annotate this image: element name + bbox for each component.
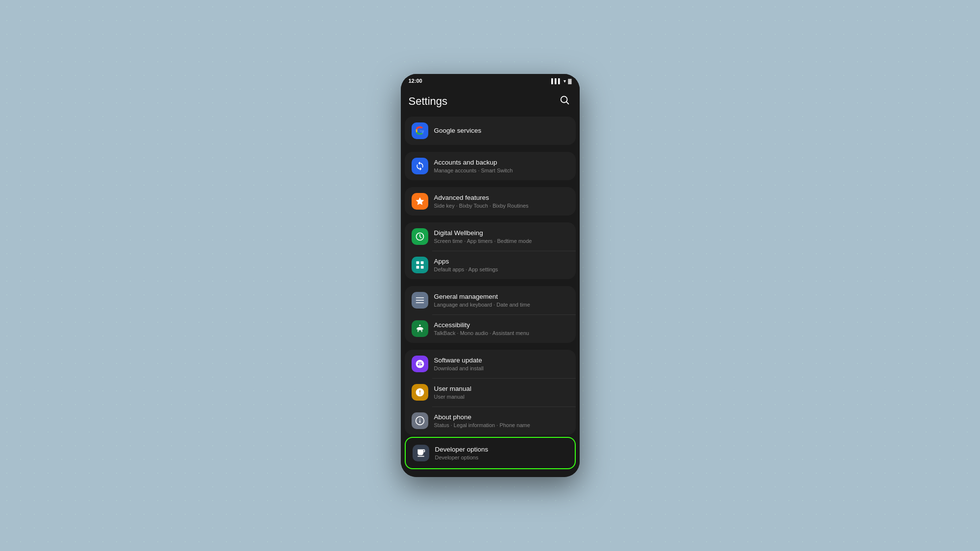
group-management-accessibility: General management Language and keyboard… [405, 286, 576, 343]
page-title: Settings [409, 95, 448, 108]
item-accessibility[interactable]: Accessibility TalkBack · Mono audio · As… [405, 314, 576, 343]
status-time: 12:00 [409, 78, 422, 84]
svg-rect-4 [420, 262, 423, 264]
user-manual-title: User manual [434, 384, 569, 393]
group-advanced: Advanced features Side key · Bixby Touch… [405, 187, 576, 216]
info-icon [415, 416, 425, 426]
digital-wellbeing-icon [412, 228, 428, 245]
software-update-text: Software update Download and install [434, 356, 569, 372]
phone-container: 12:00 ▌▌▌ ▾ ▓ Settings [401, 74, 580, 477]
general-management-title: General management [434, 292, 569, 301]
apps-title: Apps [434, 257, 569, 266]
apps-text: Apps Default apps · App settings [434, 257, 569, 273]
star-icon [415, 196, 425, 206]
accounts-backup-title: Accounts and backup [434, 158, 569, 167]
svg-point-10 [419, 325, 420, 326]
accessibility-subtitle: TalkBack · Mono audio · Assistant menu [434, 330, 569, 336]
accounts-backup-text: Accounts and backup Manage accounts · Sm… [434, 158, 569, 174]
digital-wellbeing-text: Digital Wellbeing Screen time · App time… [434, 229, 569, 245]
item-accounts-backup[interactable]: Accounts and backup Manage accounts · Sm… [405, 152, 576, 180]
sync-icon [415, 161, 425, 171]
accounts-backup-subtitle: Manage accounts · Smart Switch [434, 167, 569, 174]
user-manual-icon [412, 384, 428, 401]
google-icon [415, 126, 425, 136]
accessibility-text: Accessibility TalkBack · Mono audio · As… [434, 321, 569, 337]
status-bar: 12:00 ▌▌▌ ▾ ▓ [401, 74, 580, 88]
advanced-features-text: Advanced features Side key · Bixby Touch… [434, 193, 569, 210]
wifi-icon: ▾ [564, 78, 566, 84]
management-icon [415, 295, 425, 305]
apps-icon [412, 257, 428, 273]
accounts-backup-icon [412, 158, 428, 174]
about-phone-icon [412, 412, 428, 429]
item-apps[interactable]: Apps Default apps · App settings [405, 251, 576, 279]
general-management-subtitle: Language and keyboard · Date and time [434, 301, 569, 308]
about-phone-text: About phone Status · Legal information ·… [434, 413, 569, 429]
accessibility-person-icon [415, 324, 425, 334]
svg-rect-5 [416, 266, 419, 269]
software-update-title: Software update [434, 356, 569, 365]
apps-subtitle: Default apps · App settings [434, 266, 569, 273]
developer-options-subtitle: Developer options [435, 454, 568, 461]
software-update-subtitle: Download and install [434, 365, 569, 372]
item-software-update[interactable]: Software update Download and install [405, 350, 576, 378]
svg-line-1 [566, 102, 568, 104]
accessibility-icon [412, 320, 428, 337]
group-accounts: Accounts and backup Manage accounts · Sm… [405, 152, 576, 180]
item-general-management[interactable]: General management Language and keyboard… [405, 286, 576, 314]
signal-icon: ▌▌▌ [551, 78, 562, 84]
scroll-area[interactable]: Google services Accounts and backup Mana… [401, 115, 580, 477]
group-google: Google services [405, 117, 576, 145]
group-developer: Developer options Developer options [405, 437, 576, 469]
advanced-features-icon [412, 193, 428, 210]
user-manual-text: User manual User manual [434, 384, 569, 401]
manual-icon [415, 387, 425, 397]
developer-icon [416, 448, 426, 458]
svg-rect-3 [416, 262, 419, 264]
digital-wellbeing-title: Digital Wellbeing [434, 229, 569, 238]
developer-options-icon [413, 445, 429, 461]
settings-header: Settings [401, 88, 580, 115]
about-phone-title: About phone [434, 413, 569, 422]
google-services-text: Google services [434, 126, 569, 135]
accessibility-title: Accessibility [434, 321, 569, 330]
update-icon [415, 359, 425, 369]
item-advanced-features[interactable]: Advanced features Side key · Bixby Touch… [405, 187, 576, 216]
digital-wellbeing-subtitle: Screen time · App timers · Bedtime mode [434, 238, 569, 244]
item-about-phone[interactable]: About phone Status · Legal information ·… [405, 407, 576, 435]
item-digital-wellbeing[interactable]: Digital Wellbeing Screen time · App time… [405, 222, 576, 251]
item-user-manual[interactable]: User manual User manual [405, 378, 576, 407]
wellbeing-icon [415, 232, 425, 241]
software-update-icon [412, 356, 428, 372]
google-services-title: Google services [434, 126, 569, 135]
battery-icon: ▓ [568, 78, 571, 84]
user-manual-subtitle: User manual [434, 393, 569, 400]
status-icons: ▌▌▌ ▾ ▓ [551, 78, 572, 84]
developer-options-title: Developer options [435, 445, 568, 454]
advanced-features-title: Advanced features [434, 193, 569, 202]
general-management-icon [412, 292, 428, 309]
svg-rect-6 [420, 266, 423, 269]
about-phone-subtitle: Status · Legal information · Phone name [434, 422, 569, 429]
search-icon [559, 95, 570, 105]
apps-grid-icon [415, 260, 425, 270]
item-developer-options[interactable]: Developer options Developer options [406, 438, 575, 468]
group-software-about: Software update Download and install Use… [405, 350, 576, 435]
item-google-services[interactable]: Google services [405, 117, 576, 145]
search-button[interactable] [557, 93, 572, 110]
general-management-text: General management Language and keyboard… [434, 292, 569, 309]
advanced-features-subtitle: Side key · Bixby Touch · Bixby Routines [434, 202, 569, 209]
google-services-icon [412, 122, 428, 139]
group-digital-apps: Digital Wellbeing Screen time · App time… [405, 222, 576, 279]
developer-options-text: Developer options Developer options [435, 445, 568, 461]
